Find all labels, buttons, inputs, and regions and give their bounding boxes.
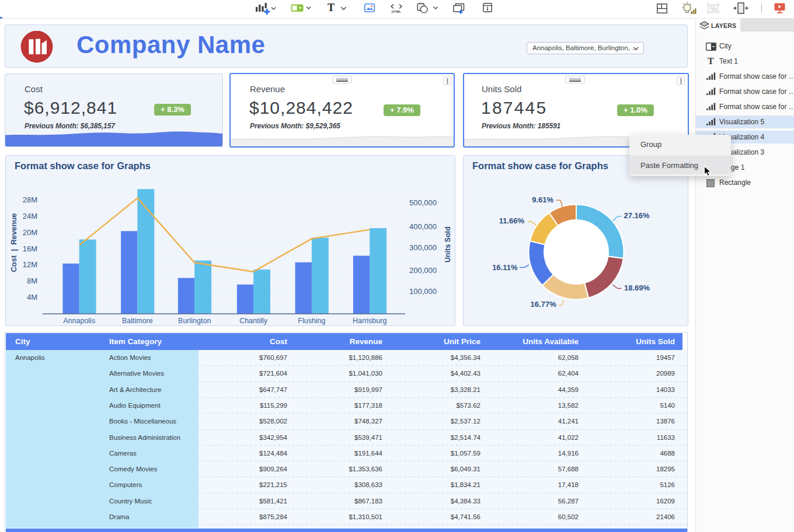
svg-text:HTML: HTML: [392, 10, 402, 13]
svg-text:16.77%: 16.77%: [531, 300, 557, 309]
svg-text:Flushing: Flushing: [298, 317, 325, 325]
svg-text:Baltimore: Baltimore: [122, 317, 153, 325]
svg-text:Annapolis: Annapolis: [63, 317, 95, 325]
svg-text:12M: 12M: [23, 260, 37, 269]
svg-text:100,000: 100,000: [409, 287, 437, 296]
svg-text:400,000: 400,000: [409, 222, 437, 231]
svg-text:18.69%: 18.69%: [624, 284, 650, 292]
svg-text:Cost | Revenue: Cost | Revenue: [9, 213, 18, 272]
svg-text:20M: 20M: [23, 228, 37, 237]
svg-text:9.61%: 9.61%: [532, 195, 553, 204]
svg-text:200,000: 200,000: [409, 266, 437, 275]
svg-text:8M: 8M: [27, 276, 37, 285]
svg-text:Units Sold: Units Sold: [444, 226, 452, 262]
svg-text:16M: 16M: [23, 244, 37, 253]
svg-text:500,000: 500,000: [409, 198, 437, 207]
svg-text:11.66%: 11.66%: [499, 216, 525, 225]
svg-text:4M: 4M: [27, 293, 37, 302]
svg-text:Burlington: Burlington: [178, 317, 211, 325]
svg-text:27.16%: 27.16%: [624, 211, 650, 220]
svg-text:Harrisburg: Harrisburg: [353, 317, 386, 325]
svg-text:300,000: 300,000: [409, 243, 437, 252]
svg-text:16.11%: 16.11%: [492, 263, 518, 272]
svg-text:28M: 28M: [23, 195, 37, 204]
svg-text:24M: 24M: [23, 212, 37, 220]
svg-text:Chantilly: Chantilly: [239, 317, 268, 325]
